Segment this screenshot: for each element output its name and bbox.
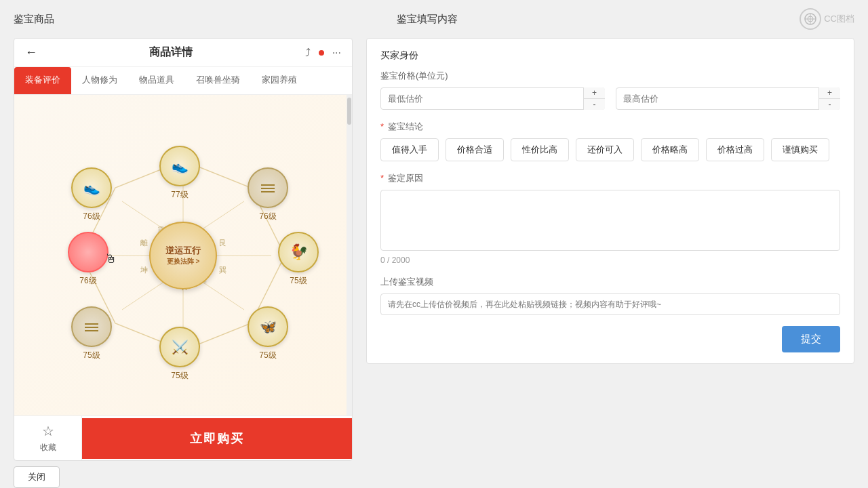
- conclusion-btn-6[interactable]: 价格过高: [706, 138, 764, 161]
- reason-textarea[interactable]: [380, 190, 840, 251]
- panel-body: 乾 艮 巽 坎 坤 離 兌 震 離 逆运五行 更换法阵 >: [14, 95, 352, 415]
- star-icon: ☆: [42, 423, 54, 439]
- tab-summon[interactable]: 召唤兽坐骑: [185, 67, 251, 94]
- gear-level-top-right: 76级: [259, 211, 276, 222]
- svg-text:離: 離: [140, 239, 148, 247]
- gear-level-bottom-left: 75级: [83, 350, 100, 361]
- buy-button[interactable]: 立即购买: [82, 418, 352, 459]
- svg-text:巽: 巽: [219, 266, 226, 274]
- left-title: 鉴宝商品: [14, 13, 54, 26]
- reason-label: 鉴定原因: [380, 172, 840, 184]
- left-panel: ← 商品详情 ⤴ ··· 装备评价 人物修为 物品道具 召唤兽坐骑 家园养殖: [14, 38, 353, 461]
- price-label: 鉴宝价格(单位元): [380, 70, 840, 82]
- gear-diagram: 乾 艮 巽 坎 坤 離 兌 震 離 逆运五行 更换法阵 >: [54, 127, 312, 384]
- gear-slot-bottom-left[interactable]: 75级: [71, 306, 112, 361]
- price-form-row: 鉴宝价格(单位元) + - + -: [380, 70, 840, 110]
- gear-slot-left[interactable]: 76级: [68, 232, 108, 287]
- gear-level-left: 76级: [79, 275, 96, 287]
- scroll-indicator[interactable]: [347, 95, 352, 415]
- top-right-area: CC图档: [800, 8, 854, 30]
- panel-footer: ☆ 收藏 立即购买: [14, 415, 352, 460]
- tab-items[interactable]: 物品道具: [128, 67, 185, 94]
- conclusion-btn-1[interactable]: 值得入手: [380, 138, 439, 161]
- cc-logo: CC图档: [800, 8, 854, 30]
- svg-text:坤: 坤: [140, 266, 148, 274]
- gear-slot-top-right[interactable]: 76级: [248, 167, 288, 222]
- tab-bar: 装备评价 人物修为 物品道具 召唤兽坐骑 家园养殖: [14, 67, 352, 95]
- more-icon[interactable]: ···: [332, 47, 341, 59]
- panel-header-icons: ⤴ ···: [305, 47, 341, 59]
- video-form-row: 上传鉴宝视频: [380, 276, 840, 315]
- conclusion-btn-4[interactable]: 还价可入: [576, 138, 634, 161]
- logo-text: CC图档: [824, 13, 854, 25]
- min-price-increment[interactable]: +: [584, 87, 605, 99]
- conclusion-label: 鉴宝结论: [380, 121, 840, 133]
- gear-slot-top-left[interactable]: 👟 76级: [71, 167, 112, 222]
- max-price-decrement[interactable]: -: [819, 99, 840, 110]
- conclusion-form-row: 鉴宝结论 值得入手 价格合适 性价比高 还价可入 价格略高 价格过高 谨慎购买: [380, 121, 840, 161]
- reason-form-row: 鉴定原因 0 / 2000: [380, 172, 840, 265]
- conclusion-btn-2[interactable]: 价格合适: [446, 138, 504, 161]
- panel-title: 商品详情: [149, 45, 193, 60]
- notif-dot: [319, 50, 324, 56]
- collect-label: 收藏: [40, 442, 56, 453]
- tab-equipment[interactable]: 装备评价: [14, 67, 71, 94]
- gear-level-bottom-right: 75级: [259, 350, 276, 361]
- gear-slot-top[interactable]: 👟 77级: [159, 146, 200, 201]
- submit-row: 提交: [380, 326, 840, 352]
- tab-homestead[interactable]: 家园养殖: [251, 67, 308, 94]
- conclusion-btn-3[interactable]: 性价比高: [511, 138, 569, 161]
- gear-level-bottom: 75级: [171, 370, 188, 382]
- collect-button[interactable]: ☆ 收藏: [14, 416, 82, 460]
- min-price-stepper: + -: [583, 87, 605, 110]
- share-icon[interactable]: ⤴: [305, 47, 311, 59]
- svg-text:艮: 艮: [219, 239, 226, 247]
- char-count: 0 / 2000: [380, 256, 840, 265]
- gear-slot-bottom[interactable]: ⚔️ 75级: [159, 327, 200, 382]
- tab-character[interactable]: 人物修为: [71, 67, 128, 94]
- main-content: ← 商品详情 ⤴ ··· 装备评价 人物修为 物品道具 召唤兽坐骑 家园养殖: [0, 38, 868, 461]
- max-price-input[interactable]: [616, 87, 840, 110]
- right-panel: 买家身份 鉴宝价格(单位元) + - +: [353, 38, 854, 461]
- min-price-decrement[interactable]: -: [584, 99, 605, 110]
- bottom-bar: 关闭: [0, 461, 868, 488]
- center-circle[interactable]: 逆运五行 更换法阵 >: [149, 222, 217, 289]
- max-price-increment[interactable]: +: [819, 87, 840, 99]
- submit-button[interactable]: 提交: [782, 326, 840, 352]
- video-label: 上传鉴宝视频: [380, 276, 840, 288]
- min-price-wrap: + -: [380, 87, 605, 110]
- form-section: 买家身份 鉴宝价格(单位元) + - +: [366, 38, 854, 364]
- conclusion-buttons: 值得入手 价格合适 性价比高 还价可入 价格略高 价格过高 谨慎购买: [380, 138, 840, 161]
- conclusion-btn-5[interactable]: 价格略高: [641, 138, 699, 161]
- center-title: 鉴宝填写内容: [397, 13, 458, 26]
- max-price-stepper: + -: [818, 87, 840, 110]
- gear-level-right: 75级: [290, 275, 307, 287]
- max-price-wrap: + -: [616, 87, 840, 110]
- cc-logo-icon: [800, 8, 821, 30]
- gear-level-top: 77级: [171, 189, 188, 201]
- price-row: + - + -: [380, 87, 840, 110]
- conclusion-btn-7[interactable]: 谨慎购买: [771, 138, 829, 161]
- top-bar: 鉴宝商品 鉴宝填写内容 CC图档: [0, 0, 868, 38]
- gear-slot-right[interactable]: 🐓 75级: [278, 232, 319, 287]
- video-input[interactable]: [380, 293, 840, 315]
- gear-slot-bottom-right[interactable]: 🦋 75级: [248, 306, 288, 361]
- back-button[interactable]: ←: [25, 45, 37, 60]
- min-price-input[interactable]: [380, 87, 605, 110]
- close-button[interactable]: 关闭: [14, 466, 60, 488]
- buyer-section-title: 买家身份: [380, 49, 840, 62]
- panel-header: ← 商品详情 ⤴ ···: [14, 39, 352, 67]
- gear-level-top-left: 76级: [83, 211, 100, 222]
